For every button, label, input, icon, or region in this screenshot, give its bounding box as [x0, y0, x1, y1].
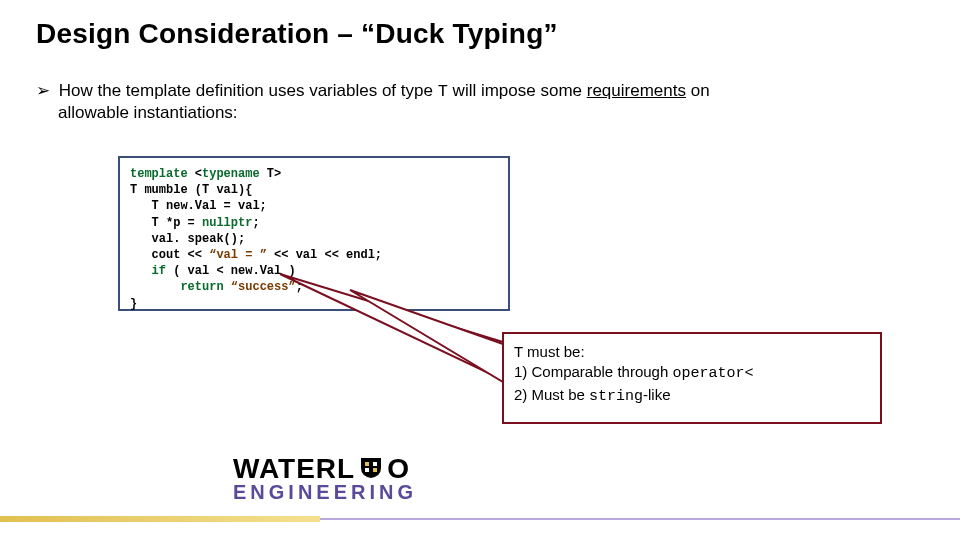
kw: nullptr	[202, 216, 252, 230]
text-underline: requirements	[587, 81, 686, 100]
code-box: template <typename T> T mumble (T val){ …	[118, 156, 510, 311]
text	[130, 280, 180, 294]
bullet-marker: ➢	[36, 80, 54, 103]
text: will impose some	[448, 81, 587, 100]
text: How the template definition uses variabl…	[59, 81, 438, 100]
callout-line-3: 2) Must be string-like	[514, 385, 870, 407]
text: ;	[252, 216, 259, 230]
kw: return	[180, 280, 223, 294]
text: 2) Must be	[514, 386, 589, 403]
text: cout <<	[130, 248, 209, 262]
text: -like	[643, 386, 671, 403]
footer-accent	[0, 516, 320, 522]
text: T mumble (T val){	[130, 183, 252, 197]
waterloo-logo: WATERLO ENGINEERING	[233, 456, 533, 504]
kw: if	[152, 264, 166, 278]
text: val. speak();	[130, 232, 245, 246]
text-mono: T	[438, 82, 448, 101]
text: <	[188, 167, 202, 181]
svg-rect-0	[365, 462, 369, 466]
text: }	[130, 297, 137, 311]
text: T new.Val = val;	[130, 199, 267, 213]
text: T *p =	[130, 216, 202, 230]
logo-text: WATERL	[233, 453, 355, 484]
bullet-item: ➢ How the template definition uses varia…	[36, 80, 924, 104]
svg-rect-3	[373, 468, 377, 472]
callout-line-1: T must be:	[514, 342, 870, 362]
text: << val << endl;	[267, 248, 382, 262]
callout-box: T must be: 1) Comparable through operato…	[502, 332, 882, 424]
text: 1) Comparable through	[514, 363, 672, 380]
text: ;	[296, 280, 303, 294]
kw: typename	[202, 167, 260, 181]
slide: Design Consideration – “Duck Typing” ➢ H…	[0, 0, 960, 540]
kw: template	[130, 167, 188, 181]
crest-icon	[357, 456, 385, 480]
string: “success”	[231, 280, 296, 294]
svg-rect-2	[365, 468, 369, 472]
text-mono: operator<	[672, 365, 753, 382]
text-mono: string	[589, 388, 643, 405]
logo-bottom: ENGINEERING	[233, 481, 533, 504]
bullet-text-line2: allowable instantiations:	[58, 103, 238, 123]
text	[130, 264, 152, 278]
callout-line-2: 1) Comparable through operator<	[514, 362, 870, 384]
logo-top: WATERLO	[233, 456, 533, 483]
text	[224, 280, 231, 294]
string: “val = ”	[209, 248, 267, 262]
logo-text: O	[387, 453, 410, 484]
code-block: template <typename T> T mumble (T val){ …	[130, 166, 498, 312]
bullet-text: How the template definition uses variabl…	[59, 81, 710, 100]
page-title: Design Consideration – “Duck Typing”	[36, 18, 558, 50]
text: T>	[260, 167, 282, 181]
svg-rect-1	[373, 462, 377, 466]
text: ( val < new.Val )	[166, 264, 296, 278]
text: on	[686, 81, 710, 100]
